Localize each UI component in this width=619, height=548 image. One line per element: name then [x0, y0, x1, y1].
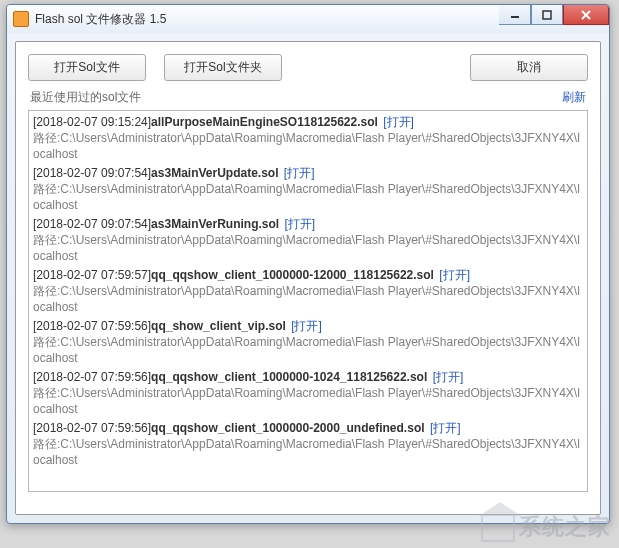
file-name: qq_qqshow_client_1000000-1024_118125622.… [151, 370, 427, 384]
open-link[interactable]: [打开] [284, 166, 315, 180]
refresh-link[interactable]: 刷新 [562, 89, 586, 106]
file-name: as3MainVerUpdate.sol [151, 166, 278, 180]
timestamp: [2018-02-07 07:59:57] [33, 268, 151, 282]
minimize-icon [510, 10, 520, 20]
cancel-button[interactable]: 取消 [470, 54, 588, 81]
list-item-line1: [2018-02-07 09:07:54]as3MainVerRuning.so… [33, 216, 583, 232]
close-button[interactable] [563, 5, 609, 25]
recent-file-list[interactable]: [2018-02-07 09:15:24]allPurposeMainEngin… [28, 110, 588, 492]
toolbar: 打开Sol文件 打开Sol文件夹 取消 [28, 54, 588, 81]
list-item: [2018-02-07 07:59:56]qq_qqshow_client_10… [31, 368, 585, 419]
file-path: 路径:C:\Users\Administrator\AppData\Roamin… [33, 334, 583, 366]
svg-rect-1 [543, 11, 551, 19]
window-title: Flash sol 文件修改器 1.5 [35, 11, 166, 28]
recent-header: 最近使用过的sol文件 刷新 [30, 89, 586, 106]
list-item-line1: [2018-02-07 07:59:57]qq_qqshow_client_10… [33, 267, 583, 283]
open-link[interactable]: [打开] [291, 319, 322, 333]
recent-title: 最近使用过的sol文件 [30, 89, 141, 106]
list-item-line1: [2018-02-07 07:59:56]qq_qqshow_client_10… [33, 420, 583, 436]
titlebar[interactable]: Flash sol 文件修改器 1.5 [7, 5, 609, 33]
file-path: 路径:C:\Users\Administrator\AppData\Roamin… [33, 232, 583, 264]
open-folder-button[interactable]: 打开Sol文件夹 [164, 54, 282, 81]
timestamp: [2018-02-07 09:07:54] [33, 217, 151, 231]
timestamp: [2018-02-07 09:15:24] [33, 115, 151, 129]
open-file-button[interactable]: 打开Sol文件 [28, 54, 146, 81]
file-name: qq_qqshow_client_1000000-12000_118125622… [151, 268, 434, 282]
file-path: 路径:C:\Users\Administrator\AppData\Roamin… [33, 283, 583, 315]
open-link[interactable]: [打开] [433, 370, 464, 384]
timestamp: [2018-02-07 07:59:56] [33, 421, 151, 435]
list-item-line1: [2018-02-07 09:07:54]as3MainVerUpdate.so… [33, 165, 583, 181]
minimize-button[interactable] [499, 5, 531, 25]
maximize-button[interactable] [531, 5, 563, 25]
file-name: qq_qqshow_client_1000000-2000_undefined.… [151, 421, 424, 435]
maximize-icon [542, 10, 552, 20]
watermark: 系统之家 [481, 512, 611, 542]
file-name: allPurposeMainEngineSO118125622.sol [151, 115, 378, 129]
list-item-line1: [2018-02-07 07:59:56]qq_show_client_vip.… [33, 318, 583, 334]
file-name: as3MainVerRuning.sol [151, 217, 279, 231]
client-area: 打开Sol文件 打开Sol文件夹 取消 最近使用过的sol文件 刷新 [2018… [15, 41, 601, 515]
file-path: 路径:C:\Users\Administrator\AppData\Roamin… [33, 385, 583, 417]
file-path: 路径:C:\Users\Administrator\AppData\Roamin… [33, 130, 583, 162]
list-item: [2018-02-07 07:59:57]qq_qqshow_client_10… [31, 266, 585, 317]
window-controls [499, 5, 609, 25]
open-link[interactable]: [打开] [439, 268, 470, 282]
open-link[interactable]: [打开] [285, 217, 316, 231]
list-item-line1: [2018-02-07 09:15:24]allPurposeMainEngin… [33, 114, 583, 130]
open-link[interactable]: [打开] [383, 115, 414, 129]
list-item: [2018-02-07 09:15:24]allPurposeMainEngin… [31, 113, 585, 164]
timestamp: [2018-02-07 07:59:56] [33, 370, 151, 384]
list-item: [2018-02-07 07:59:56]qq_qqshow_client_10… [31, 419, 585, 470]
timestamp: [2018-02-07 07:59:56] [33, 319, 151, 333]
list-item: [2018-02-07 07:59:56]qq_show_client_vip.… [31, 317, 585, 368]
list-item-line1: [2018-02-07 07:59:56]qq_qqshow_client_10… [33, 369, 583, 385]
app-window: Flash sol 文件修改器 1.5 打开Sol文件 打开Sol文件夹 取消 … [6, 4, 610, 524]
toolbar-spacer [300, 54, 452, 81]
file-path: 路径:C:\Users\Administrator\AppData\Roamin… [33, 181, 583, 213]
house-icon [481, 514, 515, 542]
close-icon [580, 9, 592, 21]
timestamp: [2018-02-07 09:07:54] [33, 166, 151, 180]
file-name: qq_show_client_vip.sol [151, 319, 286, 333]
file-path: 路径:C:\Users\Administrator\AppData\Roamin… [33, 436, 583, 468]
app-icon [13, 11, 29, 27]
list-item: [2018-02-07 09:07:54]as3MainVerUpdate.so… [31, 164, 585, 215]
list-item: [2018-02-07 09:07:54]as3MainVerRuning.so… [31, 215, 585, 266]
open-link[interactable]: [打开] [430, 421, 461, 435]
